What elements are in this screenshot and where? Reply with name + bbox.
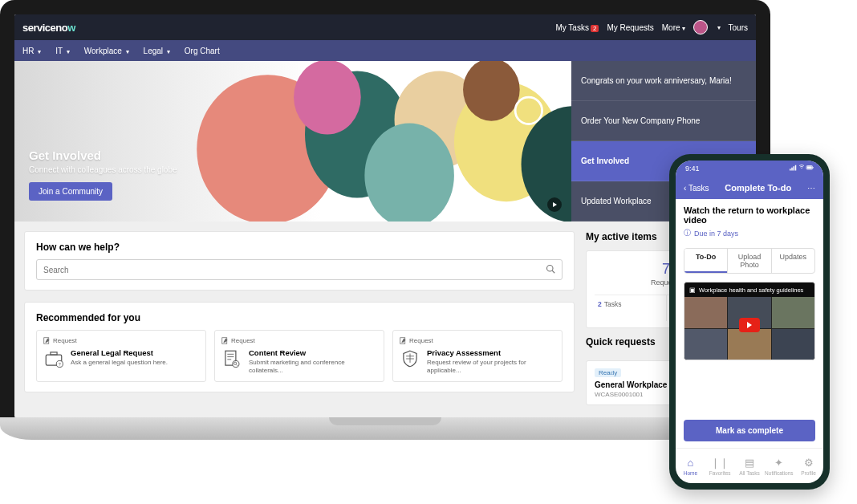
mytasks-badge: 2 <box>591 25 599 32</box>
avatar-chevron-icon: ▾ <box>717 24 721 31</box>
hero-title: Get Involved <box>29 148 177 162</box>
due-label: Due in 7 days <box>684 228 815 238</box>
nav-myrequests[interactable]: My Requests <box>607 23 653 32</box>
subnav-workplace[interactable]: Workplace ▾ <box>84 47 129 55</box>
nav-home[interactable]: ⌂Home <box>676 449 705 483</box>
help-title: How can we help? <box>36 242 563 253</box>
edit-icon <box>221 337 229 344</box>
chevron-down-icon: ▾ <box>682 25 685 32</box>
svg-rect-31 <box>795 165 797 170</box>
phone-mockup: 9:41 ‹ Tasks Complete To-do ⋯ Watch the … <box>669 154 830 490</box>
help-panel: How can we help? <box>24 231 575 291</box>
edit-icon <box>400 337 407 344</box>
svg-point-21 <box>233 360 239 367</box>
announcement-phone[interactable]: Order Your New Company Phone <box>571 101 756 141</box>
svg-text:?: ? <box>59 363 61 367</box>
video-brand-icon: ▣ <box>689 287 696 294</box>
phone-header: ‹ Tasks Complete To-do ⋯ <box>676 177 823 199</box>
svg-rect-13 <box>51 352 57 355</box>
more-icon[interactable]: ⋯ <box>807 184 815 193</box>
nav-mytasks[interactable]: My Tasks2 <box>555 23 599 32</box>
rec-tag: Request <box>43 337 199 344</box>
task-title: Watch the return to workplace video <box>684 205 815 225</box>
tab-upload[interactable]: Upload Photo <box>727 249 770 273</box>
nav-alltasks[interactable]: ▤All Tasks <box>735 449 765 483</box>
mark-complete-button[interactable]: Mark as complete <box>684 420 815 441</box>
svg-rect-33 <box>807 166 812 169</box>
search-input[interactable] <box>43 266 546 274</box>
status-badge: Ready <box>595 368 621 377</box>
svg-rect-30 <box>794 166 795 170</box>
svg-point-9 <box>547 265 554 271</box>
signal-icons <box>790 165 814 173</box>
recommended-title: Recommended for you <box>36 312 563 323</box>
recommended-panel: Recommended for you Request ? <box>24 302 575 392</box>
svg-rect-28 <box>790 169 791 170</box>
phone-page-title: Complete To-do <box>725 183 791 193</box>
rec-title: Privacy Assessment <box>427 348 555 357</box>
phone-bottom-nav: ⌂Home ❘❘Favorites ▤All Tasks ✦Notificati… <box>676 448 823 483</box>
nav-notifications[interactable]: ✦Notifications <box>764 449 794 483</box>
rec-tag: Request <box>400 337 555 344</box>
subnav-orgchart[interactable]: Org Chart <box>185 47 220 55</box>
edit-icon <box>43 337 51 344</box>
subnav-hr[interactable]: HR ▾ <box>22 47 41 55</box>
briefcase-icon: ? <box>43 348 64 369</box>
hero-banner: Get Involved Connect with colleagues acr… <box>14 61 571 222</box>
hero-illustration <box>178 61 572 222</box>
bell-icon: ✦ <box>774 457 783 469</box>
subnav-legal[interactable]: Legal ▾ <box>144 47 170 55</box>
video-thumbnail[interactable]: ▣Workplace health and safety guidelines <box>684 282 815 360</box>
nav-tours[interactable]: Tours <box>729 23 748 32</box>
rec-title: Content Review <box>249 348 377 357</box>
phone-tabs: To-Do Upload Photo Updates <box>684 248 815 274</box>
rec-tag: Request <box>221 337 377 344</box>
youtube-play-icon[interactable] <box>739 318 760 332</box>
join-community-button[interactable]: Join a Community <box>29 182 112 201</box>
logo: servicenow <box>22 22 75 34</box>
avatar[interactable] <box>693 20 708 35</box>
subnav-it[interactable]: IT ▾ <box>55 47 70 55</box>
announcement-anniversary[interactable]: Congrats on your work anniversary, Maria… <box>571 61 756 101</box>
home-icon: ⌂ <box>687 457 693 469</box>
svg-rect-34 <box>813 167 814 169</box>
rec-card-privacy[interactable]: Request Privacy Assessment Request revie… <box>392 330 563 382</box>
sub-nav: HR ▾ IT ▾ Workplace ▾ Legal ▾ Org Chart <box>14 40 756 61</box>
search-icon <box>546 264 555 276</box>
rec-title: General Legal Request <box>71 348 168 357</box>
quick-requests-title: Quick requests <box>586 336 656 348</box>
rec-desc: Ask a general legal question here. <box>71 359 168 367</box>
nav-more[interactable]: More▾ <box>662 23 685 32</box>
hero-subtitle: Connect with colleagues across the globe <box>29 165 177 174</box>
back-button[interactable]: ‹ Tasks <box>684 184 709 193</box>
gear-icon: ⚙ <box>804 457 814 469</box>
bookmark-icon: ❘❘ <box>711 457 729 469</box>
laptop-mockup: servicenow My Tasks2 My Requests More▾ ▾… <box>0 0 770 440</box>
shield-icon <box>400 348 420 369</box>
tab-todo[interactable]: To-Do <box>684 249 727 273</box>
search-box[interactable] <box>36 259 563 280</box>
nav-favorites[interactable]: ❘❘Favorites <box>705 449 735 483</box>
rec-card-legal[interactable]: Request ? General Legal Request Ask a ge… <box>36 330 206 382</box>
tab-updates[interactable]: Updates <box>771 249 814 273</box>
rec-desc: Submit marketing and conference collater… <box>249 359 377 375</box>
nav-profile[interactable]: ⚙Profile <box>794 449 823 483</box>
list-icon: ▤ <box>745 457 754 469</box>
rec-desc: Request review of your projects for appl… <box>427 359 555 375</box>
top-header: servicenow My Tasks2 My Requests More▾ ▾… <box>14 14 756 40</box>
svg-rect-29 <box>791 167 793 170</box>
document-icon <box>221 348 242 369</box>
svg-point-7 <box>463 61 520 121</box>
svg-point-6 <box>294 61 361 135</box>
play-icon[interactable] <box>547 197 562 212</box>
rec-card-content[interactable]: Request Content Review Submit marketing … <box>214 330 384 382</box>
tasks-count[interactable]: 2Tasks <box>595 295 666 321</box>
phone-status-bar: 9:41 <box>676 161 823 177</box>
svg-line-10 <box>552 270 554 273</box>
